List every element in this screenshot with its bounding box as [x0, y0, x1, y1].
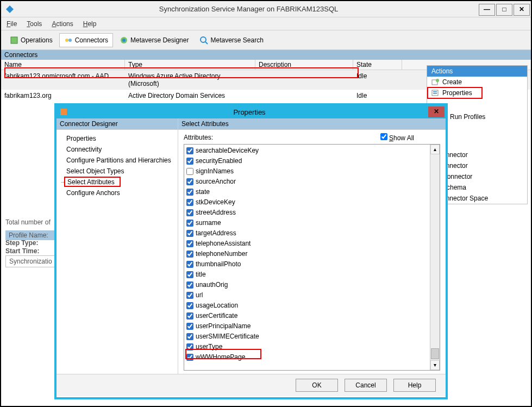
attribute-item[interactable]: wWWHomePage	[186, 352, 428, 362]
attribute-checkbox[interactable]	[186, 323, 193, 330]
svg-rect-1	[11, 37, 17, 43]
attribute-item[interactable]: securityEnabled	[186, 156, 428, 166]
tab-connectors[interactable]: Connectors	[59, 33, 113, 47]
attribute-item[interactable]: signInNames	[186, 166, 428, 177]
attribute-checkbox[interactable]	[186, 158, 193, 165]
attribute-label: unauthOrig	[196, 280, 228, 290]
attribute-checkbox[interactable]	[186, 302, 193, 309]
nav-properties[interactable]: Properties	[64, 133, 178, 144]
maximize-button[interactable]: □	[496, 4, 512, 16]
nav-connectivity[interactable]: Connectivity	[64, 144, 178, 155]
attribute-item[interactable]: telephoneAssistant	[186, 239, 428, 249]
attribute-label: telephoneAssistant	[196, 239, 251, 248]
attribute-checkbox[interactable]	[186, 333, 193, 340]
menu-help[interactable]: Help	[83, 20, 97, 28]
attribute-checkbox[interactable]	[186, 343, 193, 350]
svg-point-5	[122, 39, 126, 42]
attribute-checkbox[interactable]	[186, 178, 193, 185]
col-name[interactable]: Name	[1, 60, 125, 70]
attribute-label: telephoneNumber	[196, 249, 247, 259]
ok-button[interactable]: OK	[296, 379, 338, 392]
attribute-item[interactable]: state	[186, 187, 428, 197]
window-title: Synchronization Service Manager on FABRI…	[18, 5, 479, 13]
attribute-item[interactable]: usageLocation	[186, 300, 428, 311]
attribute-checkbox[interactable]	[186, 251, 193, 258]
attribute-item[interactable]: userCertificate	[186, 311, 428, 321]
attribute-label: securityEnabled	[196, 156, 242, 166]
attribute-checkbox[interactable]	[186, 209, 193, 216]
svg-point-2	[65, 39, 68, 42]
scrollbar[interactable]: ▴ ▾	[430, 145, 440, 370]
dialog-close-button[interactable]: ✕	[428, 107, 445, 117]
minimize-button[interactable]: —	[479, 4, 495, 16]
attribute-checkbox[interactable]	[186, 147, 193, 154]
scroll-down-button[interactable]: ▾	[430, 360, 440, 370]
tab-metaverse-designer[interactable]: Metaverse Designer	[115, 34, 193, 47]
dialog-title-text: Properties	[71, 108, 428, 116]
attribute-label: usageLocation	[196, 301, 238, 310]
scroll-up-button[interactable]: ▴	[430, 145, 440, 154]
attribute-item[interactable]: userSMIMECertificate	[186, 331, 428, 342]
attribute-item[interactable]: sourceAnchor	[186, 177, 428, 187]
show-all-checkbox[interactable]: Show All	[380, 133, 414, 142]
cancel-button[interactable]: Cancel	[345, 379, 387, 392]
menu-tools[interactable]: Tools	[27, 20, 42, 28]
svg-point-3	[68, 39, 72, 42]
action-create[interactable]: Create	[427, 77, 527, 87]
attribute-item[interactable]: url	[186, 290, 428, 300]
attribute-checkbox[interactable]	[186, 220, 193, 227]
attribute-item[interactable]: streetAddress	[186, 208, 428, 218]
scroll-thumb[interactable]	[431, 348, 439, 359]
attribute-checkbox[interactable]	[186, 240, 193, 247]
tab-metaverse-search[interactable]: Metaverse Search	[195, 34, 267, 47]
attribute-checkbox[interactable]	[186, 292, 193, 299]
svg-rect-12	[433, 93, 437, 94]
svg-line-7	[205, 42, 208, 44]
attribute-checkbox[interactable]	[186, 312, 193, 320]
attribute-item[interactable]: telephoneNumber	[186, 249, 428, 259]
nav-select-attributes[interactable]: →Select Attributes	[58, 177, 178, 187]
attribute-label: url	[196, 291, 203, 300]
col-description[interactable]: Description	[255, 60, 353, 70]
attribute-checkbox[interactable]	[186, 168, 193, 175]
nav-object-types[interactable]: Select Object Types	[64, 166, 178, 177]
menu-file[interactable]: File	[7, 20, 17, 28]
attribute-item[interactable]: thumbnailPhoto	[186, 259, 428, 270]
attribute-checkbox[interactable]	[186, 261, 193, 268]
attribute-item[interactable]: unauthOrig	[186, 280, 428, 290]
attribute-label: state	[196, 187, 210, 197]
attribute-item[interactable]: userPrincipalName	[186, 321, 428, 331]
attribute-label: signInNames	[196, 167, 234, 176]
attribute-item[interactable]: stkDeviceKey	[186, 197, 428, 208]
attribute-item[interactable]: surname	[186, 218, 428, 228]
create-icon	[431, 78, 439, 86]
col-state[interactable]: State	[353, 60, 402, 70]
attribute-item[interactable]: userType	[186, 342, 428, 352]
menu-actions[interactable]: Actions	[52, 20, 73, 28]
action-properties[interactable]: Properties	[427, 87, 527, 98]
attributes-list[interactable]: searchableDeviceKeysecurityEnabledsignIn…	[184, 145, 430, 370]
close-button[interactable]: ✕	[514, 4, 530, 16]
attribute-item[interactable]: searchableDeviceKey	[186, 146, 428, 156]
actions-header: Actions	[427, 66, 527, 77]
attribute-checkbox[interactable]	[186, 281, 193, 289]
col-type[interactable]: Type	[125, 60, 255, 70]
help-button[interactable]: Help	[393, 379, 436, 392]
attribute-item[interactable]: title	[186, 270, 428, 280]
attribute-label: userPrincipalName	[196, 322, 251, 331]
nav-configure-anchors[interactable]: Configure Anchors	[64, 187, 178, 198]
nav-partitions[interactable]: Configure Partitions and Hierarchies	[64, 155, 178, 166]
attribute-checkbox[interactable]	[186, 189, 193, 196]
attribute-checkbox[interactable]	[186, 199, 193, 206]
right-pane-header: Select Attributes	[178, 118, 446, 130]
step-type-label: Step Type:	[5, 239, 38, 247]
attribute-checkbox[interactable]	[186, 230, 193, 237]
attribute-checkbox[interactable]	[186, 271, 193, 278]
attribute-label: targetAddress	[196, 229, 236, 238]
menubar: File Tools Actions Help	[1, 17, 531, 30]
attribute-label: userSMIMECertificate	[196, 332, 259, 341]
attribute-checkbox[interactable]	[186, 354, 193, 361]
attribute-label: stkDeviceKey	[196, 198, 235, 207]
attribute-item[interactable]: targetAddress	[186, 228, 428, 239]
tab-operations[interactable]: Operations	[5, 34, 57, 47]
